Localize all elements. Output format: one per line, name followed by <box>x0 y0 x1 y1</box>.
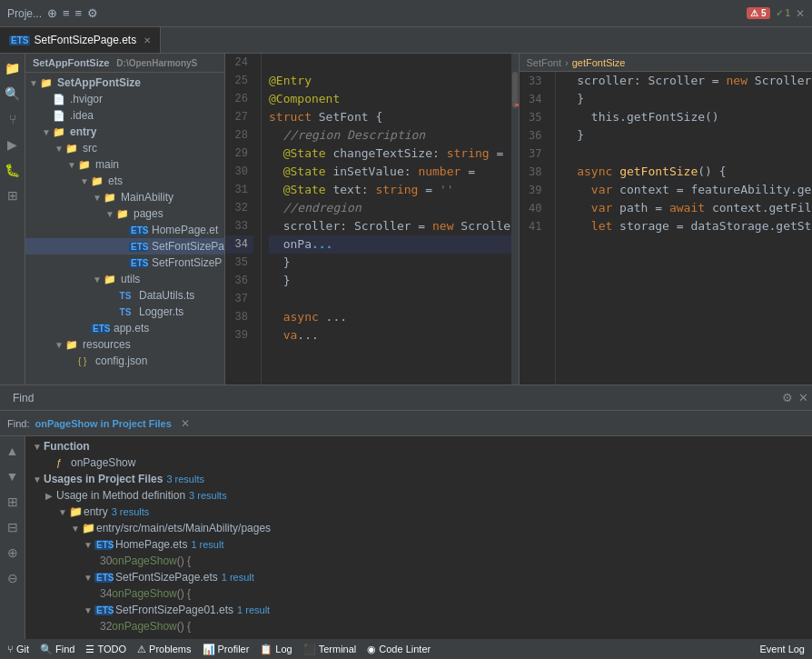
tree-item-hvigor[interactable]: 📄 .hvigor <box>25 91 224 107</box>
close-bottom-icon[interactable]: ✕ <box>798 391 808 404</box>
status-code-linter[interactable]: ◉ Code Linter <box>367 644 431 655</box>
settings-icon[interactable]: ⚙ <box>87 6 98 20</box>
tree-item-idea[interactable]: 📄 .idea <box>25 107 224 124</box>
status-terminal[interactable]: ⬛ Terminal <box>303 644 357 655</box>
results-filter-icon[interactable]: ⊟ <box>2 516 24 538</box>
line-num-32: 32 <box>225 199 253 217</box>
result-setfontsize-line[interactable]: 34 onPageShow() { <box>25 585 812 602</box>
code-area[interactable]: @Entry @Component struct SetFont { //reg… <box>262 54 511 384</box>
line-num-30: 30 <box>225 163 253 181</box>
tab-find[interactable]: Find <box>4 388 43 408</box>
results-expand-icon[interactable]: ⊕ <box>2 542 24 564</box>
tree-item-appets[interactable]: ETS app.ets <box>25 320 224 336</box>
result-label-function: Function <box>44 440 90 453</box>
tree-item-datautils[interactable]: TS DataUtils.ts <box>25 287 224 304</box>
activity-extensions-icon[interactable]: ⊞ <box>2 185 24 206</box>
tree-item-resources[interactable]: ▼ 📁 resources <box>25 336 224 353</box>
tree-item-src[interactable]: ▼ 📁 src <box>25 140 224 156</box>
result-label-usages: Usages in Project Files <box>44 473 163 485</box>
tree-label: SetFrontSizeP <box>152 256 222 269</box>
tree-item-entry[interactable]: ▼ 📁 entry <box>25 124 224 140</box>
line-num-34: 34 <box>225 235 253 254</box>
activity-git-icon[interactable]: ⑂ <box>2 108 24 130</box>
folder-icon: 📁 <box>65 339 80 351</box>
result-usages-header[interactable]: ▼ Usages in Project Files 3 results <box>25 471 812 487</box>
result-homepage-line[interactable]: 30 onPageShow() { <box>25 553 812 569</box>
line-num-26: 26 <box>225 90 253 108</box>
tree-item-setfontsizepage[interactable]: ETS SetFontSizePa <box>25 238 224 255</box>
list-icon[interactable]: ≡ <box>75 6 83 20</box>
result-method-def[interactable]: ▶ Usage in Method definition 3 results <box>25 487 812 504</box>
results-side-nav: ▲ ▼ ⊞ ⊟ ⊕ ⊖ <box>0 436 25 639</box>
activity-debug-icon[interactable]: 🐛 <box>2 159 24 181</box>
top-bar-left: Proje... ⊕ ≡ ≡ ⚙ <box>7 6 98 20</box>
pages-folder-icon: 📁 <box>82 522 96 534</box>
tab-label: SetFontSizePage.ets <box>34 34 136 46</box>
file-icon: 📄 <box>53 94 67 105</box>
globe-icon[interactable]: ⊕ <box>47 6 57 20</box>
result-homepage-file[interactable]: ▼ ETS HomePage.ets 1 result <box>25 536 812 553</box>
close-icon[interactable]: ✕ <box>796 7 805 20</box>
tree-item-setfrontsizepage[interactable]: ETS SetFrontSizeP <box>25 255 224 271</box>
status-find[interactable]: 🔍 Find <box>40 644 74 655</box>
second-code-area[interactable]: scroller: Scroller = new Scroller() } th… <box>556 72 813 384</box>
editor-scrollbar[interactable] <box>511 54 519 384</box>
line-num-28: 28 <box>225 126 253 145</box>
second-line-numbers: 33 34 35 36 37 38 39 40 41 <box>520 72 556 384</box>
result-setfrontsize-line[interactable]: 32 onPageShow() { <box>25 618 812 634</box>
tree-item-utils[interactable]: ▼ 📁 utils <box>25 271 224 287</box>
second-code-line-36: } <box>563 126 813 145</box>
tab-setfontsizepage[interactable]: ETS SetFontSizePage.ets ✕ <box>0 27 161 53</box>
error-count[interactable]: ⚠ 5 <box>747 7 769 19</box>
results-up-icon[interactable]: ▲ <box>2 440 24 462</box>
tree-arrow: ▼ <box>93 193 104 203</box>
result-setfrontsize-file[interactable]: ▼ ETS SetFrontSizePage01.ets 1 result <box>25 602 812 618</box>
result-entry[interactable]: ▼ 📁 entry 3 results <box>25 504 812 520</box>
result-line-setfontsize: 34 <box>100 587 112 600</box>
tree-item-main[interactable]: ▼ 📁 main <box>25 156 224 173</box>
problems-icon: ⚠ <box>137 644 146 655</box>
status-git[interactable]: ⑂ Git <box>7 644 29 654</box>
tree-item-mainability[interactable]: ▼ 📁 MainAbility <box>25 189 224 205</box>
tree-item-homepage[interactable]: ETS HomePage.et <box>25 222 224 238</box>
todo-icon: ☰ <box>85 644 94 655</box>
status-problems[interactable]: ⚠ Problems <box>137 644 191 655</box>
status-todo[interactable]: ☰ TODO <box>85 644 126 655</box>
tree-arrow: ▼ <box>54 340 65 350</box>
status-event-log[interactable]: Event Log <box>759 644 805 654</box>
status-profiler[interactable]: 📊 Profiler <box>203 644 250 655</box>
settings-icon[interactable]: ⚙ <box>782 391 793 404</box>
code-line-27: struct SetFont { <box>269 108 511 126</box>
results-collapse-icon[interactable]: ⊖ <box>2 567 24 589</box>
results-group-icon[interactable]: ⊞ <box>2 491 24 513</box>
result-label-homepage: HomePage.ets <box>115 538 187 551</box>
tree-label: pages <box>134 207 163 220</box>
result-function-header[interactable]: ▼ Function <box>25 438 812 454</box>
tree-item-ets[interactable]: ▼ 📁 ets <box>25 173 224 189</box>
tree-item-setappfontsize[interactable]: ▼ 📁 SetAppFontSize <box>25 75 224 91</box>
code-line-29: @State changeTextSize: string = '' <box>269 145 511 163</box>
structure-icon[interactable]: ≡ <box>63 6 70 20</box>
code-line-28: //region Description <box>269 126 511 145</box>
results-down-icon[interactable]: ▼ <box>2 465 24 487</box>
status-problems-label: Problems <box>149 644 191 654</box>
tree-label: main <box>95 158 119 171</box>
tree-label: src <box>83 142 97 155</box>
editor-area: 24 25 26 27 28 29 30 31 32 33 34 35 36 3… <box>225 54 519 384</box>
activity-project-icon[interactable]: 📁 <box>2 57 24 79</box>
tree-item-logger[interactable]: TS Logger.ts <box>25 304 224 320</box>
result-onpageshow[interactable]: ƒ onPageShow <box>25 454 812 471</box>
status-log[interactable]: 📋 Log <box>260 644 292 655</box>
tab-close-icon[interactable]: ✕ <box>144 35 151 45</box>
activity-run-icon[interactable]: ▶ <box>2 134 24 155</box>
find-close-icon[interactable]: ✕ <box>181 417 190 430</box>
activity-search-icon[interactable]: 🔍 <box>2 83 24 105</box>
event-log-label: Event Log <box>759 644 805 654</box>
line-num-40b: 40 <box>520 199 548 217</box>
result-setfontsize-file[interactable]: ▼ ETS SetFontSizePage.ets 1 result <box>25 569 812 585</box>
result-path[interactable]: ▼ 📁 entry/src/main/ets/MainAbility/pages <box>25 520 812 536</box>
tree-item-configjson[interactable]: { } config.json <box>25 353 224 369</box>
find-label: Find: <box>7 418 29 429</box>
tree-item-pages[interactable]: ▼ 📁 pages <box>25 205 224 222</box>
status-todo-label: TODO <box>97 644 126 654</box>
